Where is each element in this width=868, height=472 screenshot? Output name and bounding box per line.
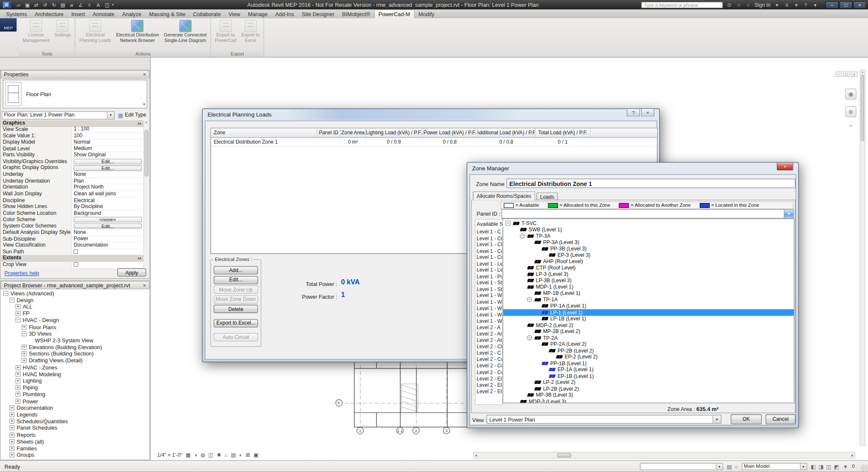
tree-expander-icon[interactable]: + [9,446,14,451]
zone-action-button[interactable]: Export to Excel... [214,319,258,328]
panel-tree-item[interactable]: EP-2 (Level 2) [503,354,794,360]
ribbon-tab[interactable]: Annotate [89,10,118,18]
browser-tree-item[interactable]: + FP [1,310,149,317]
space-list-item[interactable]: Level 2 - El [475,376,502,382]
tree-expander-icon[interactable]: + [16,372,21,377]
property-value[interactable]: Power [74,236,88,242]
ribbon-button[interactable]: Export to PowerCad [214,19,237,44]
property-row[interactable]: Visibility/Graphics Overrides Edit... ∧∧ [1,158,144,165]
property-row[interactable]: Display Model Normal ∧∧ [1,139,144,146]
tree-expander-icon[interactable]: + [16,365,21,370]
property-row[interactable]: Discipline Electrical ∧∧ [1,197,144,204]
search-input[interactable] [641,1,723,8]
qat-icon[interactable]: ⌀ [68,1,75,8]
qat-icon[interactable]: ⇄ [33,1,40,8]
property-row[interactable]: View Classification Documentation ∧∧ [1,242,144,249]
ribbon-tab[interactable]: Manage [244,10,271,18]
ribbon-tab[interactable]: Modify [415,10,438,18]
zone-table-row[interactable]: Electrical Distribution Zone 1 0 m² 0 / … [211,138,657,147]
tree-expander-icon[interactable]: − [9,297,14,303]
view-restore-icon[interactable]: □ [843,71,850,77]
property-row[interactable]: Parts Visibility Show Original ∧∧ [1,152,144,158]
zone-action-button[interactable]: Auto Circuit [214,333,258,342]
property-value[interactable]: None [74,230,86,236]
property-row[interactable]: Color Scheme <none> ∧∧ [1,217,144,223]
viewbar-icon[interactable]: ◫ [208,452,213,458]
titlebar-icon[interactable]: ☆ [735,2,742,8]
qat-icon[interactable]: ▤ [59,1,67,8]
property-value[interactable]: Edit... [74,159,142,164]
ribbon-tab[interactable]: Collaborate [189,10,225,18]
browser-tree-item[interactable]: + Schedules/Quantities [1,418,149,425]
qat-icon[interactable]: ↻ [50,1,58,8]
space-list-item[interactable]: Level 2 - Co [475,363,502,369]
property-value[interactable]: Documentation [74,242,109,248]
browser-tree-item[interactable]: + Drafting Views (Detail) [1,357,149,364]
browser-tree-item[interactable]: + HVAC - Zones [1,364,149,371]
viewbar-icon[interactable]: ▣ [254,452,259,458]
type-selector-dropdown-icon[interactable]: ▾ [143,103,145,107]
zone-name-input[interactable]: Electrical Distribution Zone 1 [507,179,795,188]
tree-expander-icon[interactable]: + [9,432,14,437]
browser-tree-item[interactable]: + Groups [1,452,149,458]
ribbon-tab[interactable]: Architecture [31,10,68,18]
space-list-item[interactable]: Level 1 - W [475,312,502,318]
qat-icon[interactable]: ∠ [77,1,84,8]
space-list-item[interactable]: Level 1 - Cl [475,242,502,248]
space-list-item[interactable]: Level 1 - Cl [475,236,502,242]
scrollbar-thumb[interactable] [861,75,864,141]
property-value[interactable]: Show Original [74,152,106,158]
property-value[interactable]: None [74,172,86,178]
browser-tree-item[interactable]: WSHP 2-3 System View [1,337,149,344]
view-close-icon[interactable]: × [851,71,858,77]
tree-expander-icon[interactable]: + [9,425,14,430]
space-list-item[interactable]: Level 2 - Co [475,369,502,376]
browser-tree-item[interactable]: + Elevations (Building Elevation) [1,344,149,350]
property-value[interactable]: 1 : 100 [74,126,89,132]
qat-icon[interactable]: ▣ [24,1,31,8]
tree-expander-icon[interactable]: − [527,297,532,302]
space-list-item[interactable]: Level 2 - El [475,389,502,395]
property-row[interactable]: Graphics ∧∧ [1,120,144,126]
viewbar-icon[interactable]: ✺ [217,452,221,458]
browser-tree-item[interactable]: + HVAC Modeling [1,371,149,378]
viewbar-icon[interactable]: ⌂ [224,452,228,458]
property-value[interactable]: Clean all wall joins [74,191,116,197]
titlebar-icon[interactable]: ? [802,2,809,8]
panel-tree-item[interactable]: MP-2B (Level 2) [503,328,794,335]
space-list-item[interactable]: Level 1 - Po [475,274,502,280]
property-row[interactable]: Default Analysis Display Style None ∧∧ [1,230,144,236]
project-browser-close-icon[interactable]: × [143,282,146,288]
dialog-title-bar[interactable]: Electrical Planning Loads ? × [203,109,659,120]
browser-tree-item[interactable]: + Power [1,398,149,405]
ribbon-tab[interactable]: BIMobject® [338,10,374,18]
tree-expander-icon[interactable]: + [9,453,14,458]
statusbar-icon[interactable]: ◫ [826,463,832,469]
properties-scrollbar[interactable]: ▲ [143,120,149,268]
zone-action-button[interactable]: Move Zone Up [214,286,258,294]
ok-button[interactable]: OK [731,414,762,424]
property-row[interactable]: Scale Value 1: 100 ∧∧ [1,133,144,139]
qat-customize-icon[interactable]: ▾ [112,3,114,7]
project-browser-header[interactable]: Project Browser - rme_advanced_sample_pr… [0,281,149,289]
panel-tree-item[interactable]: LP-1 (Level 1) [503,309,794,316]
panel-tree-item[interactable]: EP-1A (Level 1) [503,366,794,373]
panel-tree-item[interactable]: LP-3B (Level 3) [503,278,794,284]
tab[interactable]: Loads [536,192,558,200]
panel-tree-item[interactable]: PP-3B (Level 3) [503,246,794,252]
tree-expander-icon[interactable]: − [505,221,511,226]
combobox-dropdown-icon[interactable]: ▾ [800,463,807,469]
property-value[interactable]: Edit... [74,165,142,170]
ribbon-tab[interactable]: Systems [2,10,31,18]
property-value[interactable]: Normal [74,139,90,145]
application-menu-button[interactable]: MEP [0,18,17,31]
statusbar-icon[interactable]: ▤ [727,463,732,469]
qat-icon[interactable]: ◊ [86,1,93,8]
property-value[interactable]: Background [74,210,101,216]
panel-tree-item[interactable]: MDP-1 (Level 1) [503,284,794,290]
properties-header[interactable]: Properties × [0,70,149,79]
tree-expander-icon[interactable]: + [16,311,21,316]
navbar-more-icon[interactable]: ▾ [850,124,852,128]
space-list-item[interactable]: Level 2 - Cl [475,344,502,350]
scrollbar-thumb[interactable] [557,453,571,457]
